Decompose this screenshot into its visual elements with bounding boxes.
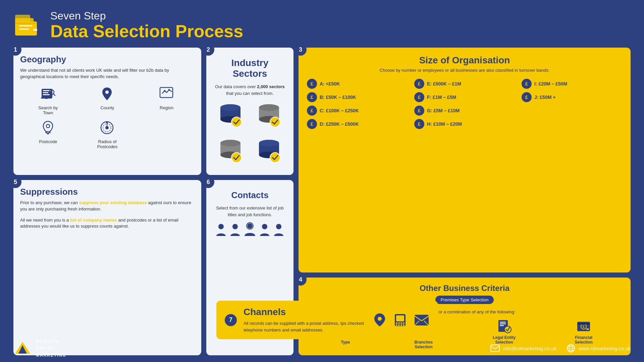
postcode-icon [38,119,58,137]
step6-title: Contacts [213,190,287,200]
svg-rect-98 [415,315,429,325]
size-band-i: £ I: £20M – £50M [522,79,622,89]
svg-point-40 [220,140,240,146]
channel-icons [373,312,429,327]
header-text: Seven Step Data Selection Process [50,10,243,41]
person-icon-highlight [243,222,257,237]
step5-title: Suppressions [20,187,195,197]
step5-suppressions: 5 Suppressions Prior to any purchase, we… [13,180,201,355]
premises-badge: Premises Type Selection [435,296,494,304]
svg-rect-71 [577,323,590,324]
person-icon-2 [229,223,241,237]
step1-badge: 1 [9,44,21,56]
step7-badge: 7 [225,314,237,326]
header-title: Data Selection Process [50,22,243,41]
svg-rect-10 [43,92,48,93]
step1-geography: 1 Geography We understand that not all c… [13,48,201,175]
svg-line-15 [53,94,55,96]
svg-rect-92 [400,322,402,324]
step5-text2: All we need from you is a list of compan… [20,217,195,229]
step7-content: Channels All records can be supplied wit… [244,307,368,333]
svg-rect-13 [41,98,52,99]
geo-postcode: Postcode [20,119,76,149]
telephone-icon [393,313,407,327]
region-label: Region [160,105,173,110]
step3-size: 3 Size of Organisation Choose by number … [299,48,631,273]
svg-rect-95 [398,324,400,326]
geo-region: Region [139,85,195,115]
svg-rect-97 [403,324,405,326]
svg-text:£: £ [583,325,585,328]
step1-title: Geography [20,54,195,65]
svg-rect-66 [500,325,504,326]
svg-rect-72 [586,328,589,330]
step3-badge: 3 [294,44,307,56]
db-icon-3 [213,138,248,166]
svg-point-19 [168,89,170,90]
db-icon-2 [252,103,287,131]
svg-point-20 [46,124,50,128]
svg-point-30 [220,104,240,111]
svg-rect-81 [491,345,499,352]
svg-rect-96 [400,324,402,326]
size-band-j: £ J: £50M + [522,92,622,102]
svg-point-45 [259,140,279,146]
footer: RESULTS DRIVEN MARKETING info@rdmarketin… [13,338,631,359]
size-bands: £ A: <£50K £ E: £500K – £1M £ I: £20M – … [307,79,622,129]
svg-rect-94 [396,324,397,326]
size-band-d: £ D: £250K – £500K [307,119,408,129]
step4-title: Other Business Criteria [307,284,622,293]
svg-rect-89 [396,315,404,321]
location-icon [373,312,386,327]
size-band-c: £ C: £100K – £250K [307,106,408,116]
person-icon-4 [273,223,285,237]
step6-description: Select from our extensive list of job ti… [213,205,287,218]
svg-point-76 [247,223,253,229]
svg-point-74 [232,224,238,229]
svg-rect-2 [15,15,30,29]
svg-point-73 [218,224,224,229]
svg-rect-3 [15,22,37,24]
step2-badge: 2 [202,44,214,56]
svg-rect-91 [398,322,400,324]
size-band-e: £ E: £500K – £1M [414,79,515,89]
footer-logo: RESULTS DRIVEN MARKETING [13,338,66,359]
size-band-a: £ A: <£50K [307,79,408,89]
step7-title: Channels [244,307,368,317]
db-icon-4 [252,138,287,166]
svg-point-46 [270,153,280,163]
geo-search-by-town: Search byTown [20,85,76,115]
footer-logo-text: RESULTS DRIVEN MARKETING [36,338,66,359]
size-band-g: £ G: £5M – £10M [414,106,515,116]
search-by-town-icon [38,85,58,103]
svg-rect-11 [43,94,50,95]
svg-rect-93 [403,322,405,324]
svg-rect-65 [500,323,506,324]
step4-badge: 4 [294,274,307,286]
svg-rect-90 [396,322,397,324]
header-subtitle: Seven Step [50,10,243,22]
db-icon-1 [213,103,248,131]
step5-text1: Prior to any purchase, we can suppress y… [20,200,195,212]
region-icon [157,85,177,103]
person-icon-1 [215,223,227,237]
size-band-f: £ F: £1M – £5M [414,92,515,102]
email-icon [490,345,500,352]
county-icon [97,85,117,103]
step3-subtitle: Choose by number or employees or all bus… [307,67,622,73]
footer-email: info@rdmarketing.co.uk [490,345,556,352]
logo-icon [13,13,44,38]
svg-point-18 [164,90,166,92]
svg-point-7 [35,29,37,31]
header: Seven Step Data Selection Process [13,10,631,41]
radius-icon [97,119,117,137]
envelope-icon [414,314,429,326]
geography-icons: Search byTown County [20,85,195,149]
step1-description: We understand that not all clients work … [20,67,195,79]
step2-title: Industry Sectors [213,58,287,79]
svg-point-36 [270,117,280,127]
svg-point-35 [259,104,279,111]
radius-label: Radius ofPostcodes [97,139,118,149]
svg-point-77 [262,224,267,229]
size-band-h: £ H: £10M – £20M [414,119,515,129]
